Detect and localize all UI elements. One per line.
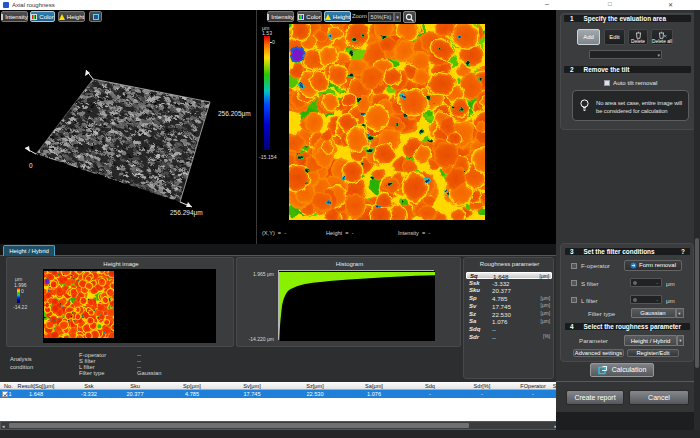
svg-text:256.205μm: 256.205μm (218, 110, 251, 118)
svg-text:0: 0 (29, 162, 33, 169)
svg-text:256.294μm: 256.294μm (170, 209, 203, 217)
